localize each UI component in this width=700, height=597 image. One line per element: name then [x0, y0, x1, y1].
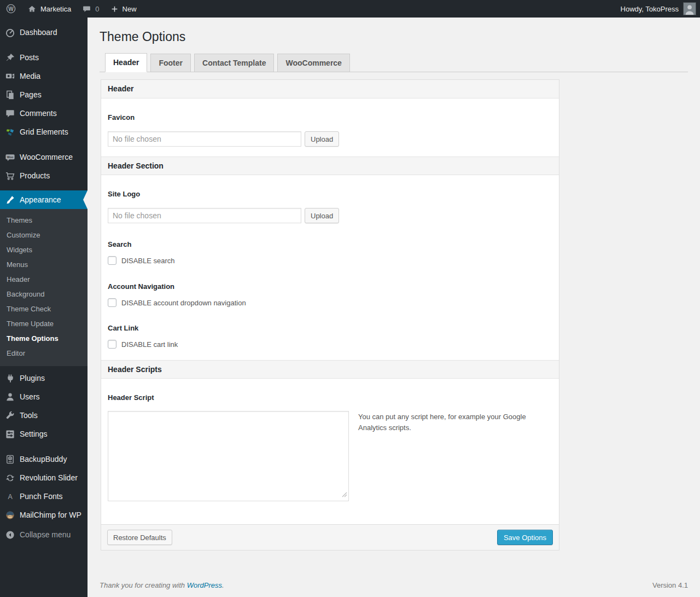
sidebar-item-backupbuddy[interactable]: BackupBuddy — [0, 450, 88, 468]
disable-cart-link-checkbox[interactable] — [108, 340, 116, 349]
submenu-item-widgets[interactable]: Widgets — [0, 242, 88, 257]
sidebar-item-grid-elements[interactable]: Grid Elements — [0, 123, 88, 141]
wrench-icon — [4, 410, 15, 421]
favicon-label: Favicon — [108, 113, 552, 121]
main-content: Theme Options Header Footer Contact Temp… — [88, 18, 700, 597]
disable-cart-link-row: DISABLE cart link — [108, 340, 552, 349]
submenu-item-header[interactable]: Header — [0, 272, 88, 287]
tab-footer[interactable]: Footer — [150, 54, 191, 72]
refresh-arrows-icon — [4, 472, 15, 483]
submenu-item-background[interactable]: Background — [0, 287, 88, 302]
search-label: Search — [108, 240, 552, 248]
cart-icon — [4, 170, 15, 181]
sidebar-item-plugins[interactable]: Plugins — [0, 369, 88, 387]
sidebar-item-woocommerce[interactable]: Woo WooCommerce — [0, 148, 88, 166]
header-script-textarea[interactable] — [108, 411, 349, 501]
section-header-section: Header Section — [101, 157, 559, 175]
grid-elements-icon — [4, 126, 15, 137]
submenu-item-editor[interactable]: Editor — [0, 346, 88, 361]
header-script-label: Header Script — [108, 393, 552, 402]
footer-thanks-prefix: Thank you for creating with — [100, 581, 187, 589]
disable-account-nav-checkbox-label[interactable]: DISABLE account dropdown navigation — [121, 299, 246, 307]
media-icon — [4, 71, 15, 82]
panel-footer: Restore Defaults Save Options — [101, 524, 559, 550]
header-section-settings-body: Site Logo Upload Search DISABLE search A… — [101, 190, 559, 360]
new-content-menu[interactable]: New — [105, 0, 142, 18]
sidebar-item-punch-fonts[interactable]: A Punch Fonts — [0, 487, 88, 506]
appearance-submenu: Themes Customize Widgets Menus Header Ba… — [0, 209, 88, 366]
comment-count: 0 — [95, 5, 99, 13]
page-footer: Thank you for creating with WordPress. V… — [100, 581, 688, 589]
dashboard-icon — [4, 27, 15, 38]
disable-cart-link-checkbox-label[interactable]: DISABLE cart link — [121, 340, 178, 349]
svg-text:A: A — [8, 492, 13, 500]
sidebar-item-mailchimp[interactable]: MailChimp for WP — [0, 506, 88, 524]
svg-text:Woo: Woo — [7, 155, 13, 159]
version-label: Version 4.1 — [652, 581, 688, 589]
sidebar-item-posts[interactable]: Posts — [0, 48, 88, 67]
sidebar-item-users[interactable]: Users — [0, 387, 88, 406]
home-icon — [27, 4, 37, 14]
wordpress-link[interactable]: WordPress — [187, 581, 222, 589]
comment-bubble-icon — [82, 4, 91, 14]
menu-separator — [0, 443, 88, 450]
howdy-label: Howdy, TokoPress — [621, 5, 679, 13]
submenu-item-theme-check[interactable]: Theme Check — [0, 302, 88, 316]
header-scripts-body: Header Script You can put any script her… — [101, 393, 559, 524]
save-options-button[interactable]: Save Options — [497, 530, 553, 545]
comments-menu[interactable]: 0 — [77, 0, 104, 18]
submenu-item-themes[interactable]: Themes — [0, 213, 88, 228]
account-navigation-label: Account Navigation — [108, 282, 552, 291]
restore-defaults-button[interactable]: Restore Defaults — [107, 530, 172, 545]
avatar — [683, 2, 696, 15]
tab-woocommerce[interactable]: WooCommerce — [277, 54, 349, 72]
submenu-item-menus[interactable]: Menus — [0, 257, 88, 272]
favicon-file-input[interactable] — [108, 131, 301, 147]
favicon-upload-button[interactable]: Upload — [305, 131, 339, 147]
site-logo-label: Site Logo — [108, 190, 552, 198]
sidebar-item-comments[interactable]: Comments — [0, 104, 88, 123]
site-logo-upload-button[interactable]: Upload — [305, 208, 339, 223]
admin-bar: W Marketica 0 New Howdy, TokoPress — [0, 0, 700, 18]
section-header: Header — [101, 80, 559, 98]
disable-search-checkbox-label[interactable]: DISABLE search — [121, 257, 175, 265]
sidebar-item-revolution-slider[interactable]: Revolution Slider — [0, 468, 88, 487]
letter-a-icon: A — [4, 491, 15, 502]
sidebar-item-media[interactable]: Media — [0, 67, 88, 85]
submenu-item-theme-options[interactable]: Theme Options — [0, 331, 88, 346]
wp-logo-menu[interactable]: W — [0, 0, 22, 18]
site-name-link[interactable]: Marketica — [22, 0, 77, 18]
tab-header[interactable]: Header — [105, 53, 147, 72]
header-script-help-text: You can put any script here, for example… — [358, 411, 528, 501]
resize-handle-icon[interactable] — [342, 490, 347, 500]
footer-thanks-suffix: . — [222, 581, 224, 589]
disable-account-nav-row: DISABLE account dropdown navigation — [108, 298, 552, 307]
submenu-item-theme-update[interactable]: Theme Update — [0, 316, 88, 331]
new-label: New — [122, 5, 137, 13]
sidebar-item-dashboard[interactable]: Dashboard — [0, 23, 88, 42]
sidebar-item-pages[interactable]: Pages — [0, 85, 88, 104]
submenu-item-customize[interactable]: Customize — [0, 228, 88, 242]
menu-separator — [0, 185, 88, 190]
appearance-brush-icon — [4, 194, 15, 205]
site-logo-file-input[interactable] — [108, 208, 301, 223]
user-icon — [4, 391, 15, 402]
disable-search-row: DISABLE search — [108, 256, 552, 265]
sidebar-item-tools[interactable]: Tools — [0, 406, 88, 425]
site-name-label: Marketica — [40, 5, 71, 13]
settings-sliders-icon — [4, 428, 15, 439]
tab-contact-template[interactable]: Contact Template — [194, 54, 274, 72]
collapse-menu-button[interactable]: Collapse menu — [0, 525, 88, 544]
sidebar-item-products[interactable]: Products — [0, 166, 88, 185]
sidebar-item-appearance[interactable]: Appearance — [0, 190, 88, 209]
disable-search-checkbox[interactable] — [108, 256, 116, 265]
menu-separator — [0, 141, 88, 148]
sidebar-item-settings[interactable]: Settings — [0, 425, 88, 443]
cart-link-label: Cart Link — [108, 324, 552, 332]
disable-account-nav-checkbox[interactable] — [108, 298, 116, 307]
pages-icon — [4, 89, 15, 100]
comment-icon — [4, 108, 15, 119]
menu-separator — [0, 42, 88, 48]
account-menu[interactable]: Howdy, TokoPress — [621, 0, 700, 18]
backup-drive-icon — [4, 454, 15, 465]
